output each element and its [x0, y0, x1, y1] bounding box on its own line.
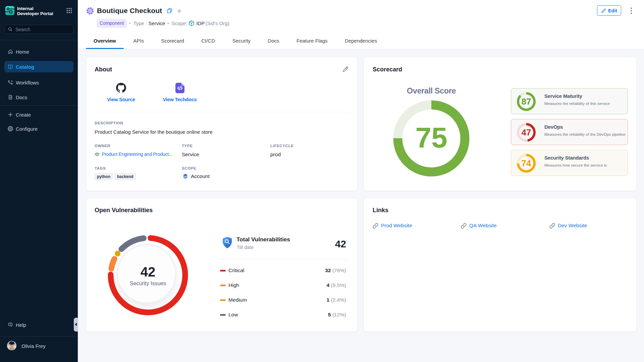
svg-text:87: 87	[522, 97, 531, 107]
svg-text:75: 75	[415, 121, 447, 154]
svg-text:74: 74	[522, 158, 531, 168]
svg-text:47: 47	[522, 127, 531, 137]
svg-text:?: ?	[10, 323, 11, 325]
